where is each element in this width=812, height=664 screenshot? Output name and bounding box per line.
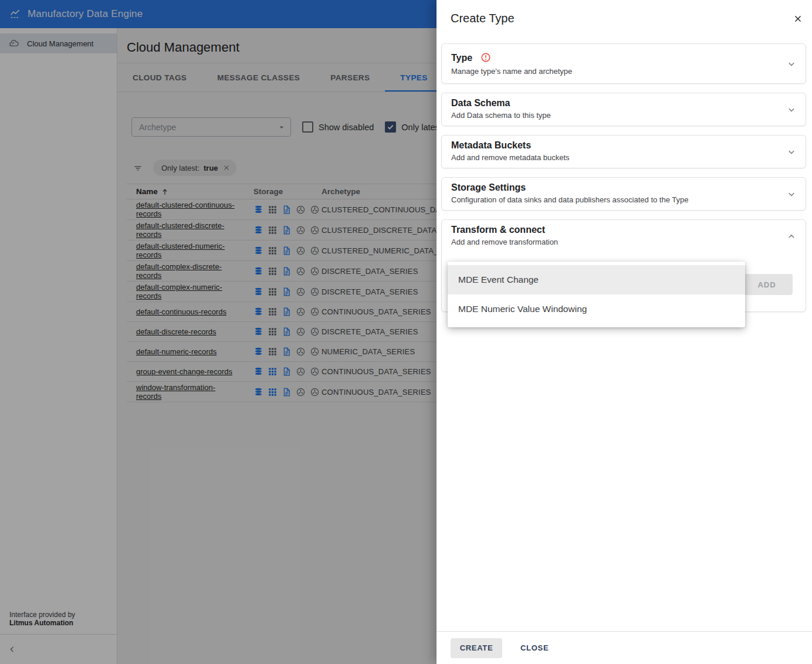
section-subtitle: Add and remove transformation	[451, 238, 796, 247]
section-subtitle: Add and remove metadata buckets	[451, 153, 796, 162]
section-title: Metadata Buckets	[451, 140, 796, 151]
drawer-footer: CREATE CLOSE	[437, 631, 812, 664]
section-subtitle: Manage type's name and archetype	[451, 67, 796, 76]
create-type-drawer: Create Type TypeManage type's name and a…	[437, 0, 812, 664]
add-transformation-button[interactable]: ADD	[741, 274, 793, 295]
error-icon	[481, 52, 491, 63]
chevron-down-icon[interactable]	[786, 188, 797, 200]
chevron-down-icon[interactable]	[786, 146, 797, 158]
drawer-title: Create Type	[451, 12, 515, 25]
create-button[interactable]: CREATE	[451, 638, 502, 658]
chevron-down-icon[interactable]	[786, 58, 797, 70]
app-root: Manufactory Data Engine Cloud Management…	[0, 0, 812, 664]
close-button[interactable]: CLOSE	[520, 643, 549, 652]
chevron-up-icon[interactable]	[786, 231, 797, 242]
transformation-dropdown-menu: MDE Event ChangeMDE Numeric Value Window…	[448, 262, 745, 327]
section-subtitle: Configuration of data sinks and data pub…	[451, 195, 796, 205]
drawer-header: Create Type	[437, 0, 812, 42]
dropdown-option-mde-event-change[interactable]: MDE Event Change	[448, 265, 745, 294]
section-card-type[interactable]: TypeManage type's name and archetype	[441, 43, 806, 84]
section-subtitle: Add Data schema to this type	[451, 111, 796, 120]
chevron-down-icon[interactable]	[786, 104, 797, 116]
dropdown-option-mde-numeric-value-windowing[interactable]: MDE Numeric Value Windowing	[448, 294, 745, 324]
close-icon[interactable]	[793, 13, 803, 24]
section-card-storage-settings[interactable]: Storage SettingsConfiguration of data si…	[441, 177, 806, 211]
section-title: Storage Settings	[451, 182, 796, 193]
section-title: Data Schema	[451, 97, 796, 109]
section-card-metadata-buckets[interactable]: Metadata BucketsAdd and remove metadata …	[441, 135, 806, 168]
section-title: Type	[451, 52, 472, 63]
section-card-data-schema[interactable]: Data SchemaAdd Data schema to this type	[441, 93, 806, 126]
section-title: Transform & connect	[451, 224, 796, 235]
